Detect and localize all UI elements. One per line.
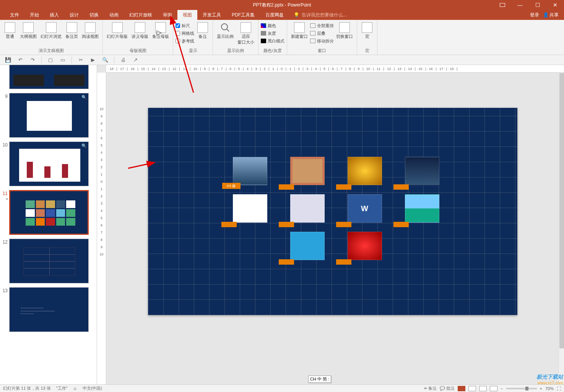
handout-master-button[interactable]: 讲义母版 bbox=[130, 21, 150, 47]
redo-icon[interactable]: ↷ bbox=[29, 57, 36, 63]
arrange-all-button[interactable]: 全部重排 bbox=[310, 22, 334, 29]
tab-view[interactable]: 视图 bbox=[177, 10, 197, 20]
current-slide[interactable]: XX 摄 W bbox=[148, 108, 517, 315]
switch-label: 切换窗口 bbox=[336, 34, 353, 39]
switch-windows-button[interactable]: 切换窗口 bbox=[335, 21, 354, 47]
slide-image[interactable]: W bbox=[348, 194, 382, 223]
qat-icon-3[interactable]: ✂ bbox=[77, 57, 84, 63]
fit-window-button[interactable]: 适应 窗口大小 bbox=[236, 21, 256, 47]
fit-label: 适应 窗口大小 bbox=[237, 34, 254, 45]
notes-page-button[interactable]: 备注页 bbox=[64, 21, 80, 47]
normal-view-button[interactable]: 普通 bbox=[2, 21, 18, 47]
view-reading-icon[interactable] bbox=[479, 386, 487, 391]
slide-image[interactable] bbox=[290, 194, 325, 223]
slide-image-caption bbox=[279, 222, 294, 227]
macros-button[interactable]: 宏 bbox=[359, 21, 375, 47]
slide-image[interactable] bbox=[233, 194, 267, 223]
group-label-color: 颜色/灰度 bbox=[263, 47, 281, 55]
maximize-button[interactable]: ☐ bbox=[529, 0, 546, 10]
qat-icon-2[interactable]: ▭ bbox=[59, 57, 66, 63]
slide-panel[interactable]: 9 🔍 10 🔍 11 ✶ bbox=[0, 65, 97, 384]
slide-image-caption bbox=[336, 259, 351, 265]
titlebar: PPT教程2.pptx - PowerPoint — ☐ ✕ bbox=[0, 0, 564, 10]
notes-master-button[interactable]: 备注母版 bbox=[151, 21, 171, 47]
slide-image[interactable] bbox=[348, 157, 382, 185]
bw-button[interactable]: 黑白模式 bbox=[261, 37, 284, 44]
tab-slideshow[interactable]: 幻灯片放映 bbox=[124, 10, 158, 20]
status-comments[interactable]: 💬 批注 bbox=[440, 385, 455, 391]
tab-insert[interactable]: 插入 bbox=[44, 10, 64, 20]
save-icon[interactable]: 💾 bbox=[5, 57, 11, 63]
slide-image[interactable] bbox=[348, 232, 382, 260]
slide-image-caption bbox=[393, 222, 409, 227]
zoom-level[interactable]: 70% bbox=[545, 386, 554, 391]
zoom-out-button[interactable]: − bbox=[501, 386, 503, 391]
slide-master-button[interactable]: 幻灯片母版 bbox=[105, 21, 129, 47]
grayscale-button[interactable]: 灰度 bbox=[261, 30, 284, 37]
tab-pdf[interactable]: PDF工具集 bbox=[226, 10, 260, 20]
vertical-scrollbar[interactable] bbox=[559, 73, 564, 384]
qat-icon-4[interactable]: ▶ bbox=[89, 57, 96, 63]
outline-view-button[interactable]: 大纲视图 bbox=[18, 21, 38, 47]
move-split-button[interactable]: 移动拆分 bbox=[310, 37, 334, 44]
color-button[interactable]: 颜色 bbox=[261, 22, 284, 29]
ribbon-toggle-icon[interactable] bbox=[494, 0, 511, 10]
view-slideshow-icon[interactable] bbox=[490, 386, 497, 391]
slide-canvas[interactable]: XX 摄 W bbox=[106, 73, 559, 384]
close-button[interactable]: ✕ bbox=[546, 0, 564, 10]
tell-me[interactable]: 💡 告诉我您想要做什么... bbox=[294, 12, 347, 18]
qat-icon-7[interactable]: ↗ bbox=[132, 57, 139, 63]
reading-view-button[interactable]: 阅读视图 bbox=[80, 21, 100, 47]
share-button[interactable]: 👤共享 bbox=[543, 12, 559, 18]
qat-icon-1[interactable]: ▢ bbox=[47, 57, 54, 63]
tab-developer[interactable]: 开发工具 bbox=[197, 10, 226, 20]
slide-image[interactable] bbox=[405, 157, 439, 185]
view-normal-icon[interactable] bbox=[458, 386, 465, 391]
slide-thumb-13[interactable]: 13 • ———————————• —————————————————• ———… bbox=[2, 287, 95, 332]
status-accessibility-icon[interactable]: ☺ bbox=[73, 386, 77, 391]
slide-thumb-11[interactable]: 11 ✶ bbox=[2, 190, 95, 235]
guides-checkbox[interactable]: 参考线 bbox=[176, 37, 194, 44]
new-window-button[interactable]: 新建窗口 bbox=[289, 21, 309, 47]
tab-design[interactable]: 设计 bbox=[64, 10, 84, 20]
ruler-checkbox[interactable]: 标尺 bbox=[176, 22, 194, 29]
slide-thumb-9[interactable]: 9 🔍 bbox=[2, 93, 95, 138]
zoom-button[interactable]: 显示比例 bbox=[215, 21, 235, 47]
fit-to-window-icon[interactable]: ⛶ bbox=[557, 386, 561, 391]
tab-review[interactable]: 审阅 bbox=[158, 10, 177, 20]
slide-image[interactable] bbox=[405, 194, 439, 223]
status-slide-info: 幻灯片第 11 张，共 13 张 bbox=[3, 385, 51, 391]
tab-home[interactable]: 开始 bbox=[24, 10, 44, 20]
slide-thumb-8-partial[interactable] bbox=[2, 65, 95, 89]
tab-transition[interactable]: 切换 bbox=[84, 10, 104, 20]
slide-image[interactable] bbox=[233, 157, 267, 185]
zoom-in-button[interactable]: + bbox=[540, 386, 542, 391]
tab-file[interactable]: 文件 bbox=[5, 10, 24, 20]
slide-thumb-12[interactable]: 12 bbox=[2, 239, 95, 283]
tab-animation[interactable]: 动画 bbox=[104, 10, 124, 20]
zoom-slider[interactable] bbox=[506, 388, 537, 389]
undo-icon[interactable]: ↶ bbox=[17, 57, 24, 63]
slide-image-caption bbox=[393, 184, 409, 190]
vertical-ruler[interactable]: 109 87 65 43 21 01 23 45 67 89 10 bbox=[97, 73, 106, 384]
cascade-button[interactable]: 层叠 bbox=[310, 30, 334, 37]
tab-baidu[interactable]: 百度网盘 bbox=[260, 10, 289, 20]
slide-sorter-button[interactable]: 幻灯片浏览 bbox=[39, 21, 63, 47]
gridlines-checkbox[interactable]: 网格线 bbox=[176, 30, 194, 37]
status-language[interactable]: 中文(中国) bbox=[83, 385, 102, 391]
lightbulb-icon: 💡 bbox=[294, 12, 299, 18]
qat-icon-6[interactable]: 🖨 bbox=[120, 57, 127, 63]
slide-thumb-10[interactable]: 10 🔍 bbox=[2, 142, 95, 186]
status-notes[interactable]: ≐ 备注 bbox=[424, 385, 437, 391]
notes-button[interactable]: 备注 bbox=[195, 21, 210, 47]
horizontal-ruler[interactable]: · 18 · | · 17 · | · 16 · | · 15 · | · 14… bbox=[106, 65, 564, 73]
gridlines-overlay bbox=[148, 108, 517, 315]
slide-image[interactable] bbox=[290, 157, 325, 185]
login-button[interactable]: 登录 bbox=[530, 12, 539, 18]
slide-image[interactable] bbox=[290, 232, 325, 260]
separator bbox=[41, 57, 42, 63]
qat-icon-5[interactable]: 🔍 bbox=[102, 57, 109, 63]
slide-image-caption bbox=[279, 259, 294, 265]
view-sorter-icon[interactable] bbox=[468, 386, 476, 391]
minimize-button[interactable]: — bbox=[511, 0, 529, 10]
